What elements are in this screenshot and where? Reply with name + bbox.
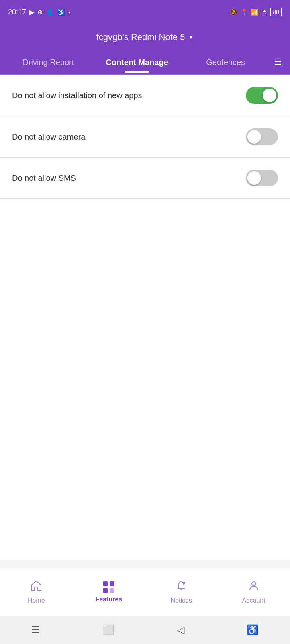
home-icon [30, 580, 42, 595]
menu-icon[interactable]: ☰ [270, 53, 286, 71]
tab-driving-report[interactable]: Driving Report [4, 54, 93, 71]
toggle-label-no-sms: Do not allow SMS [12, 174, 76, 183]
toggle-no-sms[interactable] [246, 170, 278, 186]
status-icon-4: ♿ [57, 8, 65, 16]
battery-indicator: 80 [270, 8, 282, 16]
toggle-thumb-off-sms [247, 171, 261, 185]
system-nav-bar: ☰ ⬜ ◁ ♿ [0, 616, 290, 644]
bottom-nav-home[interactable]: Home [0, 580, 73, 604]
bottom-nav: Home Features Notices [0, 568, 290, 616]
status-bar: 20:17 ▶ ⊕ 👤 ♿ ● 🔕 📍 📶 🖥 80 [0, 0, 290, 24]
nav-tabs: Driving Report Content Manage Geofences … [0, 50, 290, 75]
features-icon [103, 581, 115, 593]
status-dot: ● [68, 10, 71, 14]
bottom-nav-account[interactable]: Account [218, 580, 290, 604]
system-home-icon[interactable]: ⬜ [102, 624, 114, 636]
wifi-icon: 📶 [251, 8, 259, 16]
empty-content-area [0, 199, 290, 560]
toggle-row-no-sms: Do not allow SMS [0, 158, 290, 199]
bell-icon [175, 580, 187, 595]
toggle-row-no-camera: Do not allow camera [0, 116, 290, 158]
features-label: Features [95, 596, 122, 603]
location-icon: 📍 [240, 8, 248, 16]
person-icon [248, 580, 260, 595]
bottom-nav-notices[interactable]: Notices [145, 580, 218, 604]
system-accessibility-icon[interactable]: ♿ [247, 624, 259, 636]
header: fcgvgb's Redmi Note 5 ▼ [0, 24, 290, 50]
screen-icon: 🖥 [261, 8, 268, 16]
status-icon-3: 👤 [46, 8, 54, 16]
toggle-thumb-on [263, 89, 276, 102]
dropdown-arrow-icon: ▼ [188, 34, 194, 41]
toggle-no-camera[interactable] [246, 128, 278, 145]
system-back-icon[interactable]: ◁ [177, 624, 184, 636]
tab-content-manage[interactable]: Content Manage [93, 54, 182, 71]
bottom-nav-features[interactable]: Features [73, 581, 145, 603]
status-icon-2: ⊕ [37, 8, 43, 16]
svg-point-1 [252, 582, 256, 586]
toggle-thumb-off-camera [247, 130, 261, 144]
home-label: Home [28, 597, 45, 604]
toggle-label-no-camera: Do not allow camera [12, 132, 85, 142]
header-title[interactable]: fcgvgb's Redmi Note 5 ▼ [96, 32, 194, 43]
mute-icon: 🔕 [230, 8, 238, 16]
system-menu-icon[interactable]: ☰ [31, 624, 40, 636]
account-label: Account [242, 597, 265, 604]
tab-geofences[interactable]: Geofences [181, 54, 270, 71]
status-right-icons: 🔕 📍 📶 🖥 80 [230, 8, 282, 16]
toggle-row-no-install: Do not allow installation of new apps [0, 75, 290, 116]
youtube-icon: ▶ [29, 8, 34, 16]
status-time: 20:17 [8, 8, 26, 16]
toggle-label-no-install: Do not allow installation of new apps [12, 91, 142, 100]
svg-point-0 [183, 582, 185, 584]
notices-label: Notices [171, 597, 192, 604]
toggle-no-install[interactable] [246, 87, 278, 104]
device-name-label: fcgvgb's Redmi Note 5 [96, 32, 185, 43]
